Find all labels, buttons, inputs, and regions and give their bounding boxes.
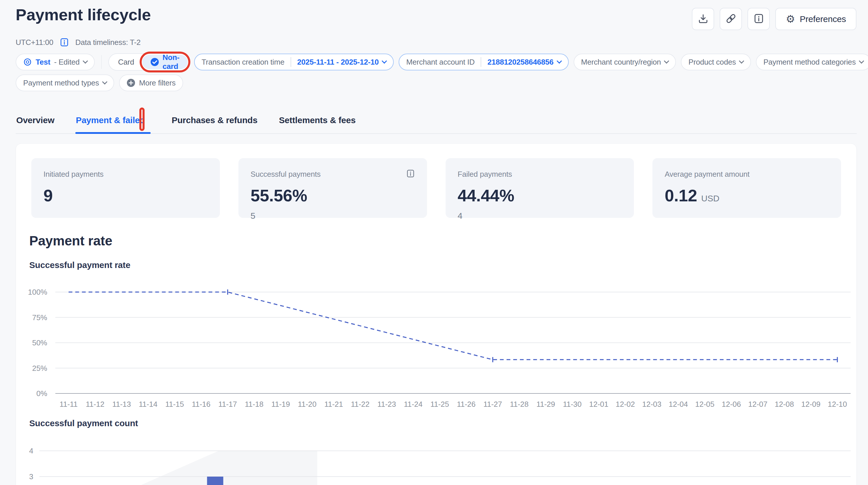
segment-card[interactable]: Card: [110, 55, 142, 69]
svg-text:11-29: 11-29: [536, 400, 555, 408]
copy-link-button[interactable]: [720, 8, 742, 30]
svg-text:11-11: 11-11: [59, 400, 78, 408]
payment-method-categories-filter[interactable]: Payment method categories: [756, 54, 868, 70]
view-selector-chip[interactable]: Test - Edited: [16, 54, 95, 70]
timeliness-label: Data timeliness: T-2: [75, 38, 141, 47]
svg-text:50%: 50%: [32, 338, 47, 347]
transaction-time-filter[interactable]: Transaction creation time 2025-11-11 - 2…: [194, 54, 394, 70]
svg-text:12-10: 12-10: [828, 400, 847, 408]
product-codes-filter[interactable]: Product codes: [681, 54, 751, 70]
filter-label: Merchant account ID: [406, 58, 474, 67]
card-type-segmented-control: Card Non-card: [108, 53, 189, 71]
kpi-sub-value: 5: [251, 211, 415, 221]
svg-text:11-17: 11-17: [218, 400, 237, 408]
kpi-successful-payments: Successful payments 55.56% 5: [239, 158, 427, 218]
tab-settlements-fees[interactable]: Settlements & fees: [278, 114, 356, 133]
more-filters-button[interactable]: More filters: [119, 74, 183, 91]
svg-text:11-25: 11-25: [430, 400, 449, 408]
header-actions: ⚙ Preferences: [692, 8, 857, 30]
svg-text:11-20: 11-20: [298, 400, 317, 408]
kpi-info-icon[interactable]: [406, 169, 415, 179]
payment-method-types-filter[interactable]: Payment method types: [16, 74, 114, 91]
segment-noncard[interactable]: Non-card: [142, 55, 188, 69]
svg-text:0%: 0%: [36, 389, 47, 398]
svg-text:12-01: 12-01: [589, 400, 609, 408]
tab-label: Overview: [16, 115, 55, 125]
tab-label: Settlements & fees: [279, 115, 356, 125]
check-circle-icon: [150, 58, 159, 66]
info-button[interactable]: [747, 8, 770, 30]
preferences-label: Preferences: [800, 14, 846, 24]
chevron-down-icon: [664, 58, 669, 63]
filter-value: 2188120258646856: [487, 58, 553, 67]
svg-text:11-30: 11-30: [563, 400, 582, 408]
svg-text:11-14: 11-14: [139, 400, 158, 408]
successful-payment-count-chart[interactable]: 43: [16, 415, 853, 485]
kpi-row: Initiated payments 9 Successful payments…: [31, 158, 841, 218]
view-name: Test: [36, 58, 51, 67]
svg-text:25%: 25%: [32, 364, 47, 372]
gear-icon: ⚙: [786, 14, 795, 24]
filter-label: More filters: [139, 79, 176, 88]
link-icon: [725, 13, 737, 26]
kpi-initiated-payments: Initiated payments 9: [31, 158, 220, 218]
chip-divider: [290, 57, 291, 67]
tab-bar: Overview Payment & failed Purchases & re…: [16, 114, 857, 134]
svg-text:3: 3: [29, 472, 33, 481]
svg-text:11-16: 11-16: [192, 400, 211, 408]
chart-title-success-rate: Successful payment rate: [29, 260, 130, 270]
chevron-down-icon: [83, 58, 88, 63]
kpi-label: Average payment amount: [664, 170, 829, 179]
timezone-label: UTC+11:00: [16, 38, 53, 47]
filter-label: Payment method categories: [764, 58, 856, 67]
tab-payment-failed[interactable]: Payment & failed: [75, 114, 151, 133]
svg-text:12-06: 12-06: [722, 400, 741, 408]
svg-text:11-22: 11-22: [351, 400, 370, 408]
svg-text:11-27: 11-27: [483, 400, 502, 408]
segment-noncard-label: Non-card: [162, 53, 180, 71]
kpi-failed-payments: Failed payments 44.44% 4: [445, 158, 634, 218]
download-icon: [698, 13, 709, 25]
preferences-button[interactable]: ⚙ Preferences: [775, 8, 857, 30]
kpi-label: Initiated payments: [43, 170, 208, 179]
tab-purchases-refunds[interactable]: Purchases & refunds: [171, 114, 258, 133]
info-icon: [753, 13, 764, 25]
svg-text:75%: 75%: [32, 313, 47, 322]
merchant-account-filter[interactable]: Merchant account ID 2188120258646856: [399, 54, 568, 70]
svg-text:11-24: 11-24: [404, 400, 423, 408]
filter-label: Payment method types: [23, 79, 99, 88]
kpi-average-payment-amount: Average payment amount 0.12 USD: [652, 158, 841, 218]
svg-text:12-08: 12-08: [775, 400, 794, 408]
filter-row-2: Payment method types More filters: [16, 74, 183, 91]
chevron-down-icon: [102, 79, 107, 84]
filter-label: Product codes: [688, 58, 736, 67]
svg-text:11-23: 11-23: [377, 400, 396, 408]
svg-text:12-04: 12-04: [669, 400, 688, 408]
tab-label: Payment & failed: [76, 115, 145, 125]
svg-text:12-09: 12-09: [801, 400, 821, 408]
svg-text:12-03: 12-03: [642, 400, 662, 408]
svg-text:12-05: 12-05: [695, 400, 715, 408]
active-tab-underline: [75, 132, 151, 134]
successful-payment-rate-chart[interactable]: 100%75%50%25%0%11-1111-1211-1311-1411-15…: [16, 278, 853, 412]
chip-divider: [480, 57, 481, 67]
tab-overview[interactable]: Overview: [16, 114, 55, 133]
svg-text:12-02: 12-02: [616, 400, 635, 408]
page-title: Payment lifecycle: [16, 5, 151, 24]
plus-circle-icon: [127, 79, 135, 87]
timeliness-info-icon[interactable]: [60, 38, 69, 47]
chevron-down-icon: [382, 58, 387, 63]
view-suffix: - Edited: [54, 58, 80, 67]
segment-card-label: Card: [118, 58, 134, 67]
download-button[interactable]: [692, 8, 714, 30]
svg-text:4: 4: [29, 447, 33, 455]
svg-text:12-07: 12-07: [748, 400, 768, 408]
svg-text:11-13: 11-13: [112, 400, 131, 408]
filter-divider: [101, 55, 102, 69]
svg-text:11-15: 11-15: [165, 400, 184, 408]
merchant-country-filter[interactable]: Merchant country/region: [574, 54, 676, 70]
svg-text:11-26: 11-26: [457, 400, 476, 408]
kpi-value: 55.56%: [251, 186, 307, 205]
chevron-down-icon: [557, 58, 562, 63]
svg-text:11-28: 11-28: [510, 400, 529, 408]
